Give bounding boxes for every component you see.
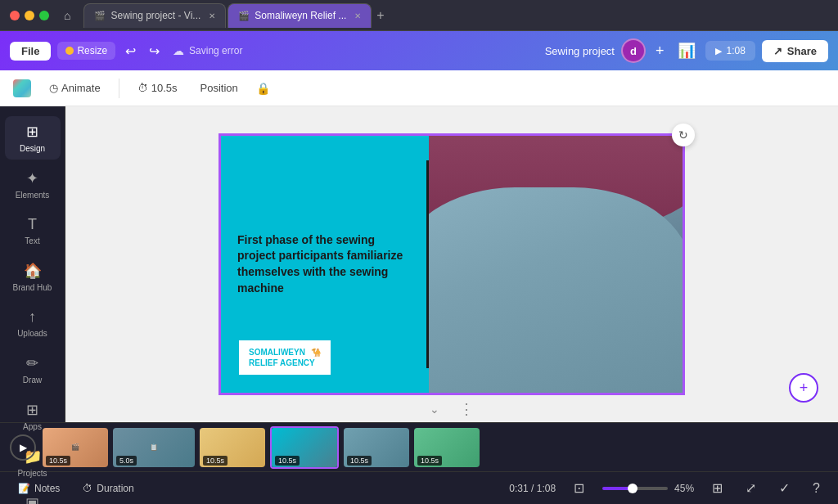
apps-icon: ⊞ — [26, 401, 38, 419]
sidebar-label-elements: Elements — [16, 191, 50, 200]
sidebar-item-uploads[interactable]: ↑ Uploads — [5, 302, 61, 344]
canvas-area[interactable]: First phase of the sewing project partic… — [65, 106, 838, 422]
main-area: ⊞ Design ✦ Elements T Text 🏠 Brand Hub ↑… — [0, 106, 838, 422]
maximize-button[interactable] — [39, 11, 49, 20]
slide-canvas[interactable]: First phase of the sewing project partic… — [219, 133, 685, 395]
add-element-button[interactable]: + — [789, 373, 818, 403]
zoom-slider[interactable] — [602, 487, 668, 490]
grid-view-icon[interactable]: ⊞ — [707, 478, 728, 498]
duration-label: Duration — [97, 483, 133, 494]
scroll-left-icon[interactable]: ⌄ — [430, 403, 439, 416]
text-icon: T — [28, 216, 37, 233]
sidebar-item-elements[interactable]: ✦ Elements — [5, 163, 61, 206]
time-display: 0:31 / 1:08 — [509, 483, 556, 494]
thumb-duration-5: 10.5s — [347, 456, 372, 466]
timeline-scroll[interactable]: 🎬 10.5s 📋 5.0s 10.5s 10.5s 10.5s 10.5s — [43, 426, 828, 469]
resize-button[interactable]: Resize — [57, 42, 115, 60]
close-button[interactable] — [10, 11, 20, 20]
brand-icon: 🏠 — [24, 262, 42, 280]
saving-text: Saving error — [189, 45, 242, 56]
play-icon: ▶ — [715, 46, 722, 56]
new-tab-button[interactable]: + — [376, 8, 384, 23]
redo-button[interactable]: ↪ — [146, 40, 163, 62]
tab-somaliweyn[interactable]: 🎬 Somaliweyn Relief ... ✕ — [228, 3, 372, 28]
duration-button[interactable]: ⏱ 10.5s — [133, 79, 182, 97]
share-button[interactable]: ↗ Share — [762, 40, 828, 62]
bottom-bar: 📝 Notes ⏱ Duration 0:31 / 1:08 ⊡ 45% ⊞ ⤢… — [0, 471, 838, 504]
hijab-body — [406, 187, 683, 393]
zoom-value: 45% — [674, 483, 694, 494]
timeline-thumb-4[interactable]: 10.5s — [270, 426, 339, 469]
timeline-thumb-3[interactable]: 10.5s — [200, 428, 265, 467]
undo-button[interactable]: ↩ — [122, 40, 139, 62]
animate-button[interactable]: ◷ Animate — [44, 79, 106, 97]
slide-background-image — [406, 136, 683, 393]
refresh-button[interactable]: ↻ — [672, 124, 695, 146]
sidebar-item-draw[interactable]: ✏ Draw — [5, 348, 61, 391]
time-label: 1:08 — [727, 45, 746, 56]
share-label: Share — [787, 45, 817, 57]
tabs-area: 🎬 Sewing project - Vi... ✕ 🎬 Somaliweyn … — [83, 3, 828, 28]
thumb-duration-1: 10.5s — [46, 456, 70, 466]
draw-icon: ✏ — [26, 354, 38, 372]
animate-label: Animate — [61, 82, 101, 94]
timeline-thumb-2[interactable]: 📋 5.0s — [113, 428, 195, 467]
file-button[interactable]: File — [10, 42, 51, 61]
tab-icon-2: 🎬 — [238, 11, 250, 21]
thumb-duration-4: 10.5s — [275, 456, 300, 466]
time-separator: / — [531, 483, 537, 494]
tab-label-1: Sewing project - Vi... — [110, 10, 200, 21]
zoom-slider-area: 45% — [602, 483, 694, 494]
logo-line1: SOMALIWEYN 🐪 — [249, 347, 321, 358]
sidebar-item-brand[interactable]: 🏠 Brand Hub — [5, 255, 61, 299]
tab-label-2: Somaliweyn Relief ... — [255, 10, 346, 21]
saving-indicator: ☁ Saving error — [173, 44, 242, 57]
timeline-thumb-1[interactable]: 🎬 10.5s — [43, 428, 108, 467]
scroll-indicators: ⌄ ⋮ — [430, 400, 474, 418]
thumb-duration-6: 10.5s — [417, 456, 442, 466]
duration-button[interactable]: ⏱ Duration — [78, 480, 138, 497]
analytics-icon[interactable]: 📊 — [674, 38, 699, 63]
camel-icon: 🐪 — [311, 348, 321, 357]
check-icon[interactable]: ✓ — [774, 478, 795, 498]
resize-dot-icon — [65, 47, 74, 55]
tab-close-1[interactable]: ✕ — [209, 11, 215, 20]
design-icon: ⊞ — [26, 123, 38, 141]
fullscreen-icon[interactable]: ⤢ — [741, 478, 761, 498]
color-swatch[interactable] — [13, 79, 31, 97]
add-icon[interactable]: + — [652, 39, 668, 63]
sidebar-label-brand: Brand Hub — [13, 283, 52, 292]
minimize-button[interactable] — [25, 11, 34, 20]
fit-screen-icon[interactable]: ⊡ — [569, 478, 589, 498]
tab-close-2[interactable]: ✕ — [354, 11, 361, 20]
lock-icon[interactable]: 🔒 — [256, 82, 270, 95]
browser-chrome: ⌂ 🎬 Sewing project - Vi... ✕ 🎬 Somaliwey… — [0, 0, 838, 31]
cloud-icon: ☁ — [173, 44, 184, 57]
app-header: File Resize ↩ ↪ ☁ Saving error Sewing pr… — [0, 31, 838, 70]
position-button[interactable]: Position — [196, 79, 243, 97]
sidebar-item-text[interactable]: T Text — [5, 209, 61, 252]
notes-button[interactable]: 📝 Notes — [13, 480, 65, 497]
sidebar-item-design[interactable]: ⊞ Design — [5, 116, 61, 160]
sidebar-label-draw: Draw — [23, 376, 42, 385]
help-icon[interactable]: ? — [808, 479, 825, 498]
drag-handle-icon[interactable]: ⋮ — [459, 400, 474, 418]
home-icon[interactable]: ⌂ — [64, 9, 70, 22]
timeline-thumb-6[interactable]: 10.5s — [414, 428, 480, 467]
play-time-button[interactable]: ▶ 1:08 — [705, 41, 755, 61]
slide-text: First phase of the sewing project partic… — [237, 232, 412, 296]
logo-box: SOMALIWEYN 🐪 RELIEF AGENCY — [237, 339, 332, 376]
sidebar-label-uploads: Uploads — [17, 329, 47, 338]
sidebar-label-projects: Projects — [17, 469, 47, 478]
sidebar: ⊞ Design ✦ Elements T Text 🏠 Brand Hub ↑… — [0, 106, 65, 422]
traffic-lights — [10, 11, 49, 20]
timeline-thumb-5[interactable]: 10.5s — [344, 428, 409, 467]
user-avatar[interactable]: d — [621, 38, 646, 63]
position-label: Position — [200, 82, 238, 94]
duration-icon: ⏱ — [83, 483, 92, 494]
duration-label: 10.5s — [151, 82, 178, 94]
tab-sewing-project[interactable]: 🎬 Sewing project - Vi... ✕ — [83, 3, 226, 28]
timeline-play-button[interactable]: ▶ — [10, 434, 36, 461]
timeline-area: ▶ 🎬 10.5s 📋 5.0s 10.5s 10.5s 10.5s — [0, 422, 838, 471]
resize-label: Resize — [77, 45, 107, 56]
